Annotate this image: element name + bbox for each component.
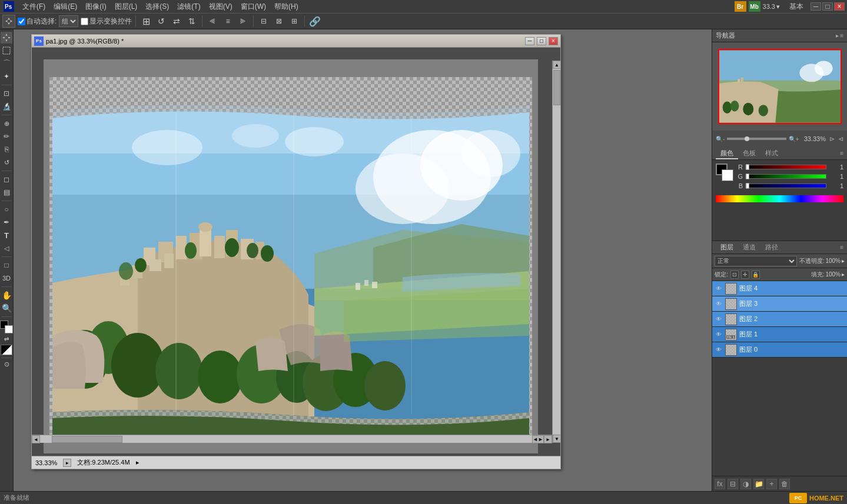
zoom-slider-thumb[interactable] xyxy=(745,136,749,141)
opacity-expand[interactable]: ▸ xyxy=(842,258,845,264)
tab-styles[interactable]: 样式 xyxy=(760,148,783,159)
vertical-scrollbar[interactable]: ▲ ▼ xyxy=(552,61,560,443)
menu-edit[interactable]: 编辑(E) xyxy=(50,1,81,13)
scroll-down-btn[interactable]: ▼ xyxy=(553,435,560,443)
panel-menu-btn[interactable]: ≡ xyxy=(840,32,843,39)
horizontal-scrollbar[interactable]: ◄ ◄► ► xyxy=(32,435,552,443)
r-slider-thumb[interactable] xyxy=(746,164,749,170)
lasso-tool[interactable]: ⌒ xyxy=(1,58,12,69)
menu-view[interactable]: 视图(V) xyxy=(205,1,236,13)
path-select[interactable]: ◁ xyxy=(1,242,12,254)
scroll-toggle[interactable]: ◄► xyxy=(532,435,544,443)
swap-colors[interactable]: ⇄ xyxy=(4,336,9,342)
add-layer-btn[interactable]: + xyxy=(766,479,777,489)
quick-mask[interactable]: ⊙ xyxy=(4,361,9,368)
layer-0-visibility[interactable]: 👁 xyxy=(715,346,723,354)
history-brush[interactable]: ↺ xyxy=(1,156,12,168)
layer-4-visibility[interactable]: 👁 xyxy=(715,285,723,293)
eyedropper-tool[interactable]: 🔬 xyxy=(1,101,12,112)
layers-panel-menu[interactable]: ≡ xyxy=(840,244,843,251)
b-slider-thumb[interactable] xyxy=(746,183,749,189)
zoom-slider[interactable] xyxy=(727,138,786,140)
document-titlebar[interactable]: Ps pa1.jpg @ 33.3%(RGB/8) * ─ □ × xyxy=(32,35,560,48)
add-adjustment-btn[interactable]: ◑ xyxy=(740,479,751,489)
transform-icon-2[interactable]: ↺ xyxy=(155,15,168,28)
transform-input[interactable] xyxy=(81,18,88,25)
brush-tool[interactable]: ✏ xyxy=(1,131,12,142)
layer-item-2[interactable]: 👁 图层 2 xyxy=(712,312,847,327)
gradient-tool[interactable]: ▤ xyxy=(1,186,12,198)
layer-item-0[interactable]: 👁 图层 0 xyxy=(712,342,847,358)
pen-tool[interactable]: ✒ xyxy=(1,216,12,228)
background-swatch[interactable] xyxy=(722,169,733,181)
lock-move-btn[interactable]: ✛ xyxy=(741,271,749,279)
hand-tool[interactable]: ✋ xyxy=(1,289,12,301)
auto-select-input[interactable] xyxy=(18,18,25,25)
move-tool-icon[interactable] xyxy=(2,15,15,28)
crop-tool[interactable]: ⊡ xyxy=(1,88,12,99)
dodge-tool[interactable]: ○ xyxy=(1,203,12,215)
scroll-thumb-h[interactable] xyxy=(52,436,122,443)
bridge-icon[interactable]: Br xyxy=(735,1,746,12)
layer-item-1[interactable]: 👁 FE 1 图层 1 xyxy=(712,327,847,342)
zoom-expand-icon[interactable]: ⊳ xyxy=(829,135,835,143)
magic-wand-tool[interactable]: ✦ xyxy=(1,71,12,82)
heal-tool[interactable]: ⊕ xyxy=(1,118,12,129)
distribute-2[interactable]: ⊠ xyxy=(273,15,285,28)
opacity-value[interactable]: 100% xyxy=(825,258,841,264)
menu-image[interactable]: 图像(I) xyxy=(82,1,109,13)
layer-1-visibility[interactable]: 👁 xyxy=(715,331,723,339)
doc-restore[interactable]: □ xyxy=(537,37,546,45)
arrange-icon[interactable]: 🔗 xyxy=(308,15,321,28)
layer-2-visibility[interactable]: 👁 xyxy=(715,315,723,323)
add-group-btn[interactable]: 📁 xyxy=(753,479,764,489)
tab-swatches[interactable]: 色板 xyxy=(738,148,760,159)
eraser-tool[interactable]: ◻ xyxy=(1,173,12,185)
layer-3-visibility[interactable]: 👁 xyxy=(715,300,723,308)
menu-layer[interactable]: 图层(L) xyxy=(111,1,141,13)
fill-value[interactable]: 100% xyxy=(825,271,841,278)
align-center[interactable]: ≡ xyxy=(221,15,234,28)
doc-close[interactable]: × xyxy=(549,37,558,45)
fill-expand[interactable]: ▸ xyxy=(842,271,845,278)
align-right[interactable]: ⫸ xyxy=(237,15,250,28)
blend-mode-select[interactable]: 正常 xyxy=(715,256,797,266)
scroll-left-btn[interactable]: ◄ xyxy=(32,435,40,443)
zoom-tool[interactable]: 🔍 xyxy=(1,302,12,314)
text-tool[interactable]: T xyxy=(1,229,12,241)
scroll-thumb-v[interactable] xyxy=(553,70,560,105)
tab-color[interactable]: 颜色 xyxy=(716,148,738,159)
menu-file[interactable]: 文件(F) xyxy=(19,1,49,13)
distribute-3[interactable]: ⊞ xyxy=(288,15,301,28)
menu-select[interactable]: 选择(S) xyxy=(142,1,172,13)
tab-layers[interactable]: 图层 xyxy=(716,242,738,253)
color-spectrum[interactable] xyxy=(716,195,843,202)
menu-help[interactable]: 帮助(H) xyxy=(271,1,302,13)
workspace-label[interactable]: 基本 xyxy=(786,1,807,13)
doc-arrow-btn[interactable]: ▸ xyxy=(136,459,139,466)
background-color[interactable] xyxy=(5,325,13,333)
delete-layer-btn[interactable]: 🗑 xyxy=(779,479,790,489)
r-slider-track[interactable] xyxy=(745,165,826,169)
panel-collapse-btn[interactable]: ▸ xyxy=(836,32,839,39)
add-mask-btn[interactable]: ⊟ xyxy=(728,479,738,489)
shape-tool[interactable]: □ xyxy=(1,259,12,271)
mini-bridge-icon[interactable]: Mb xyxy=(749,1,760,12)
add-style-btn[interactable]: fx xyxy=(715,479,725,489)
scroll-track-v[interactable] xyxy=(553,69,560,435)
tab-channels[interactable]: 通道 xyxy=(738,242,760,253)
color-panel-menu[interactable]: ≡ xyxy=(840,150,843,156)
layer-item-4[interactable]: 👁 图层 4 xyxy=(712,281,847,296)
clone-tool[interactable]: ⎘ xyxy=(1,143,12,155)
b-slider-track[interactable] xyxy=(745,183,826,188)
g-slider-thumb[interactable] xyxy=(746,173,749,179)
color-swatches[interactable] xyxy=(0,321,13,333)
selection-tool[interactable] xyxy=(1,45,12,56)
3d-tool[interactable]: 3D xyxy=(1,272,12,284)
menu-filter[interactable]: 滤镜(T) xyxy=(174,1,204,13)
window-close[interactable]: × xyxy=(834,2,845,11)
window-minimize[interactable]: ─ xyxy=(811,2,821,11)
lock-pixels-btn[interactable]: ⊡ xyxy=(730,271,739,279)
zoom-expand-icon2[interactable]: ⊲ xyxy=(838,135,843,143)
transform-icon-3[interactable]: ⇄ xyxy=(170,15,183,28)
